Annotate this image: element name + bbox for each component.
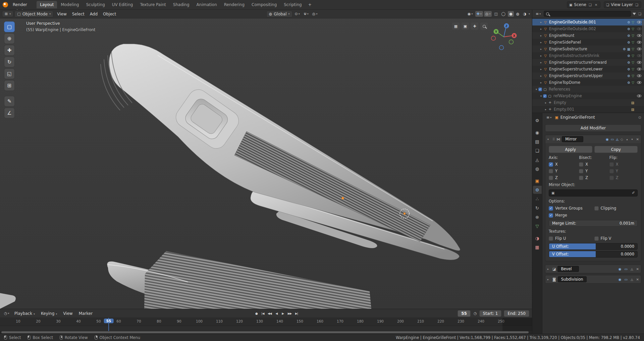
viewport-menu-add[interactable]: Add <box>87 11 100 17</box>
realtime-toggle-icon[interactable]: ▭ <box>610 137 614 141</box>
mirror-axis-z-checkbox[interactable]: Z <box>549 175 577 180</box>
expand-arrow-icon[interactable]: ▸ <box>544 108 548 111</box>
v-offset-slider[interactable]: V Offset:0.0000 <box>549 251 638 258</box>
constraints-tab[interactable]: ⊗ <box>533 213 542 221</box>
expand-arrow-icon[interactable]: ▸ <box>539 74 543 77</box>
shading-material-button[interactable]: ◍ <box>515 11 521 17</box>
physics-tab[interactable]: ↻ <box>533 204 542 212</box>
add-modifier-button[interactable]: Add Modifier <box>545 124 641 132</box>
expand-arrow-icon[interactable]: ▸ <box>547 278 551 281</box>
zoom-view-icon[interactable] <box>480 22 488 30</box>
material-tab[interactable]: ◑ <box>533 234 542 242</box>
checkbox-icon[interactable] <box>579 162 583 167</box>
outliner-item-empty-001[interactable]: ▸✛Empty.001▨ <box>532 106 644 113</box>
expand-arrow-icon[interactable]: ▸ <box>539 41 543 44</box>
rotate-tool[interactable]: ↻ <box>4 57 15 67</box>
expand-arrow-icon[interactable]: ▸ <box>539 54 543 57</box>
xray-toggle[interactable]: ◫ <box>493 11 499 17</box>
play-button[interactable]: ▶ <box>280 311 286 316</box>
jump-end-button[interactable]: ▶| <box>294 311 300 316</box>
outliner-scrollbar[interactable] <box>642 20 644 70</box>
particles-tab[interactable]: ∴ <box>533 195 542 203</box>
unlink-scene-icon[interactable]: ✕ <box>594 3 598 7</box>
checkbox-icon[interactable] <box>549 236 553 241</box>
outliner-item-empty[interactable]: ▸✛Empty▨ <box>532 99 644 106</box>
prev-keyframe-button[interactable]: ◀◀ <box>266 311 273 316</box>
clipping-checkbox[interactable]: Clipping <box>594 206 638 211</box>
workspace-tab-uv-editing[interactable]: UV Editing <box>109 1 137 8</box>
search-input[interactable] <box>551 12 629 16</box>
timeline-editor-dropdown[interactable]: ◷▾ <box>3 310 11 316</box>
checkbox-icon[interactable] <box>549 169 553 173</box>
view-layer-tab[interactable]: ❏ <box>533 147 542 155</box>
mirror-axis-x-checkbox[interactable]: ✓X <box>549 162 577 167</box>
checkbox-icon[interactable] <box>609 176 614 180</box>
shading-solid-button[interactable]: ● <box>508 11 514 17</box>
show-overlays-toggle[interactable]: ◎▾ <box>484 11 492 17</box>
visibility-eye-icon[interactable] <box>637 68 641 70</box>
view-layer-selector[interactable]: ❏ View Layer ❏ <box>604 1 641 8</box>
mirror-axis-y-checkbox[interactable]: Y <box>549 169 577 173</box>
checkbox-icon[interactable] <box>594 236 599 241</box>
move-view-icon[interactable]: ✚ <box>471 22 478 30</box>
visibility-eye-icon[interactable] <box>637 61 641 64</box>
workspace-tab-compositing[interactable]: Compositing <box>248 1 280 8</box>
render-toggle-icon[interactable]: ◉ <box>618 267 622 271</box>
mode-dropdown[interactable]: ▢ Object Mode ▾ <box>14 11 53 17</box>
annotate-tool[interactable]: ✎ <box>4 96 15 107</box>
timeline-ruler-area[interactable]: 1020304050607080901001101201301401501601… <box>0 318 532 334</box>
merge-checkbox[interactable]: ✓Merge <box>549 213 592 218</box>
viewport-menu-view[interactable]: View <box>54 11 69 17</box>
flip-u-checkbox[interactable]: Flip U <box>549 236 592 241</box>
data-tab[interactable]: ▽ <box>533 222 542 230</box>
outliner-item-enginegrilleoutside-001[interactable]: ▸▽EngineGrilleOutside.001⚙▽ <box>532 19 644 25</box>
workspace-tab-scripting[interactable]: Scripting <box>280 1 305 8</box>
menu-render[interactable]: Render <box>10 1 31 8</box>
expand-arrow-icon[interactable]: ▸ <box>544 101 548 104</box>
timeline-menu-marker[interactable]: Marker <box>76 310 95 317</box>
shading-wireframe-button[interactable]: ◯ <box>500 11 507 17</box>
start-frame-field[interactable]: Start: 1 <box>479 310 502 317</box>
expand-arrow-icon[interactable]: ▸ <box>539 68 543 71</box>
render-toggle-icon[interactable]: ◉ <box>618 277 622 282</box>
snap-toggle[interactable]: ∩▾ <box>302 11 310 17</box>
shading-dropdown[interactable]: ▾ <box>529 12 530 15</box>
workspace-tab-animation[interactable]: Animation <box>193 1 220 8</box>
breadcrumb-object-name[interactable]: EngineGrilleFront <box>560 115 595 120</box>
visibility-eye-icon[interactable] <box>637 95 641 97</box>
navigation-gizmo[interactable]: X Y Z <box>489 22 519 52</box>
outliner-item-enginesidepanel[interactable]: ▸▽EngineSidePanel⚙▽ <box>532 39 644 46</box>
drag-handle-icon[interactable]: ⠿ <box>552 137 555 141</box>
editor-type-dropdown[interactable]: ⊞ ▾ <box>2 11 13 17</box>
outliner-search[interactable] <box>544 11 631 17</box>
visibility-eye-icon[interactable] <box>637 34 641 37</box>
use-preview-range-icon[interactable]: ◷ <box>474 311 477 316</box>
editmode-toggle-icon[interactable]: ◬ <box>615 137 619 141</box>
outliner-item-enginetopdome[interactable]: ▸▽EngineTopDome⚙▽ <box>532 79 644 86</box>
merge-limit-field[interactable]: Merge Limit: 0.001m <box>549 220 638 227</box>
render-tab[interactable]: ◉ <box>533 128 542 136</box>
checkbox-icon[interactable]: ✓ <box>549 162 553 167</box>
camera-view-icon[interactable]: ▣ <box>462 22 469 30</box>
visibility-eye-icon[interactable] <box>637 21 641 23</box>
modifier-name-field[interactable]: Mirror <box>562 136 583 142</box>
flip-v-checkbox[interactable]: Flip V <box>594 236 638 241</box>
apply-button[interactable]: Apply <box>549 146 592 153</box>
visibility-eye-icon[interactable] <box>637 54 641 57</box>
output-tab[interactable]: ▤ <box>533 137 542 146</box>
viewport-menu-object[interactable]: Object <box>100 11 119 17</box>
bevel-modifier-header[interactable]: ▸◪Bevel◉▭◬✕ <box>545 265 641 273</box>
timeline-ruler[interactable]: 1020304050607080901001101201301401501601… <box>0 318 532 326</box>
checkbox-icon[interactable]: ✓ <box>549 213 553 218</box>
outliner-item-enginesuperstructureforward[interactable]: ▸▽EngineSuperstructureForward⚙▽ <box>532 59 644 66</box>
visibility-eye-icon[interactable] <box>637 48 641 50</box>
texture-tab[interactable]: ▦ <box>533 243 542 251</box>
checkbox-icon[interactable]: ✓ <box>549 206 553 211</box>
collapse-arrow-icon[interactable]: ▾ <box>547 138 551 141</box>
checkbox-icon[interactable] <box>609 169 614 173</box>
workspace-tab-texture-paint[interactable]: Texture Paint <box>137 1 169 8</box>
outliner-item-enginesuperstructureupper[interactable]: ▸▽EngineSuperstructureUpper⚙▽ <box>532 72 644 79</box>
timeline-scrollbar[interactable] <box>0 331 532 334</box>
modifier-name-field[interactable]: Bevel <box>557 266 579 272</box>
current-frame-field[interactable]: 55 <box>458 310 471 317</box>
